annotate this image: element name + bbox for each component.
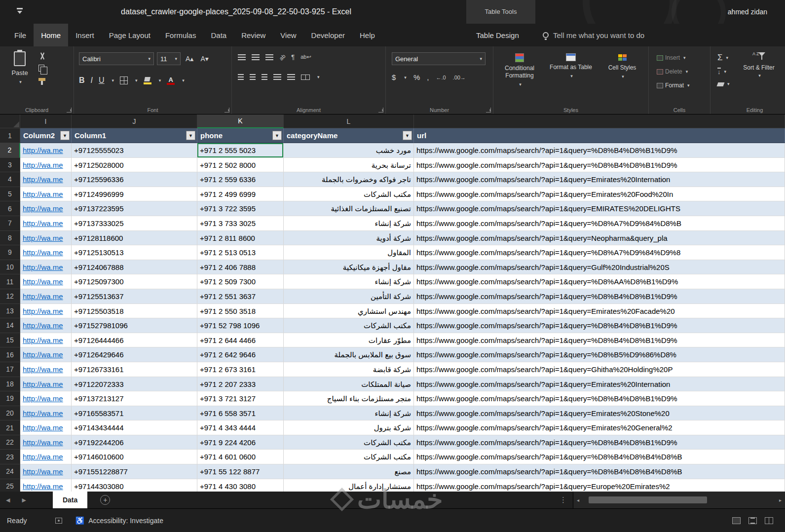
cell-phone[interactable]: +971 2 513 0513: [197, 245, 284, 260]
cell-phone[interactable]: +971 2 644 4466: [197, 333, 284, 348]
font-dialog-launcher[interactable]: [224, 108, 229, 113]
filter-dropdown-button[interactable]: ▼: [272, 131, 282, 140]
row-number[interactable]: 19: [0, 391, 20, 406]
paste-button[interactable]: Paste ▾: [6, 51, 34, 103]
clipboard-dialog-launcher[interactable]: [67, 108, 72, 113]
sheet-nav-left-icon[interactable]: ◀: [0, 497, 16, 503]
middle-align-button[interactable]: [252, 54, 260, 60]
cell-column1-phone[interactable]: +97125028000: [72, 158, 197, 173]
accessibility-status[interactable]: ♿ Accessibility: Investigate: [75, 516, 163, 525]
scrollbar-track[interactable]: [583, 496, 776, 503]
cell-url[interactable]: https://www.google.com/maps/search/?api=…: [414, 245, 785, 260]
cell-whatsapp-link[interactable]: http://wa.me: [20, 464, 72, 479]
row-number[interactable]: 23: [0, 450, 20, 464]
page-layout-view-button[interactable]: [748, 517, 757, 524]
cell-category[interactable]: متجر مستلزمات بناء السياج: [284, 391, 414, 406]
cell-phone[interactable]: +971 2 406 7888: [197, 260, 284, 275]
align-left-button[interactable]: [238, 74, 244, 80]
cell-whatsapp-link[interactable]: http://wa.me: [20, 274, 72, 289]
cell-category[interactable]: مقاول أجهزة ميكانيكية: [284, 260, 414, 275]
borders-button[interactable]: [120, 76, 128, 84]
cell-column1-phone[interactable]: +97125503518: [72, 304, 197, 319]
increase-indent-button[interactable]: [287, 74, 295, 80]
account-user-name[interactable]: ahmed zidan: [728, 0, 767, 24]
cell-whatsapp-link[interactable]: http://wa.me: [20, 260, 72, 275]
cell-category[interactable]: مستشار إدارة أعمال: [284, 479, 414, 492]
cell-whatsapp-link[interactable]: http://wa.me: [20, 450, 72, 464]
cell-whatsapp-link[interactable]: http://wa.me: [20, 347, 72, 362]
cell-column1-phone[interactable]: +97144303080: [72, 479, 197, 492]
increase-decimal-button[interactable]: ←.0: [436, 75, 446, 80]
row-number[interactable]: 20: [0, 406, 20, 421]
number-format-combobox[interactable]: General ▾: [392, 52, 486, 65]
cell-whatsapp-link[interactable]: http://wa.me: [20, 143, 72, 158]
row-number[interactable]: 5: [0, 187, 20, 202]
cell-column1-phone[interactable]: +97125130513: [72, 245, 197, 260]
row-number[interactable]: 16: [0, 347, 20, 362]
decrease-indent-button[interactable]: [273, 74, 281, 80]
cell-category[interactable]: مصنع: [284, 464, 414, 479]
decrease-decimal-button[interactable]: .00→: [453, 75, 466, 80]
cell-whatsapp-link[interactable]: http://wa.me: [20, 245, 72, 260]
row-number[interactable]: 21: [0, 420, 20, 435]
cell-column1-phone[interactable]: +97122072333: [72, 377, 197, 392]
cell-whatsapp-link[interactable]: http://wa.me: [20, 435, 72, 450]
cell-whatsapp-link[interactable]: http://wa.me: [20, 158, 72, 173]
increase-font-size-button[interactable]: A▴: [184, 55, 195, 63]
cell-column1-phone[interactable]: +97143434444: [72, 420, 197, 435]
row-number[interactable]: 8: [0, 231, 20, 246]
cell-phone[interactable]: +971 2 559 6336: [197, 172, 284, 187]
row-number[interactable]: 25: [0, 479, 20, 492]
cell-whatsapp-link[interactable]: http://wa.me: [20, 318, 72, 333]
cell-whatsapp-link[interactable]: http://wa.me: [20, 187, 72, 202]
cell-phone[interactable]: +971 2 555 5023: [197, 143, 284, 158]
cell-category[interactable]: مورد خشب: [284, 143, 414, 158]
cell-whatsapp-link[interactable]: http://wa.me: [20, 172, 72, 187]
cell-whatsapp-link[interactable]: http://wa.me: [20, 304, 72, 319]
comma-style-button[interactable]: ,: [427, 73, 429, 81]
horizontal-scrollbar[interactable]: ◂ ▸: [573, 492, 785, 508]
insert-cells-button[interactable]: Insert ▾: [655, 53, 710, 62]
cell-column1-phone[interactable]: +97126733161: [72, 362, 197, 377]
header-cell-url[interactable]: url: [414, 128, 785, 143]
autosum-button[interactable]: Σ▾: [715, 52, 732, 63]
format-painter-icon[interactable]: [38, 78, 45, 81]
cell-column1-phone[interactable]: +97137333025: [72, 216, 197, 231]
cell-url[interactable]: https://www.google.com/maps/search/?api=…: [414, 450, 785, 464]
delete-cells-button[interactable]: Delete ▾: [655, 67, 710, 76]
filter-dropdown-button[interactable]: ▼: [403, 131, 412, 140]
cell-url[interactable]: https://www.google.com/maps/search/?api=…: [414, 304, 785, 319]
cut-icon[interactable]: [38, 52, 46, 60]
font-size-combobox[interactable]: 11 ▾: [157, 52, 181, 65]
cell-phone[interactable]: +971 55 122 8877: [197, 464, 284, 479]
tab-developer[interactable]: Developer: [304, 24, 352, 46]
cell-url[interactable]: https://www.google.com/maps/search/?api=…: [414, 406, 785, 421]
cell-url[interactable]: https://www.google.com/maps/search/?api=…: [414, 231, 785, 246]
cell-url[interactable]: https://www.google.com/maps/search/?api=…: [414, 187, 785, 202]
cell-category[interactable]: المقاول: [284, 245, 414, 260]
cell-category[interactable]: مكتب الشركات: [284, 435, 414, 450]
cell-column1-phone[interactable]: +97165583571: [72, 406, 197, 421]
cell-column1-phone[interactable]: +97125513637: [72, 289, 197, 304]
cell-phone[interactable]: +971 4 601 0600: [197, 450, 284, 464]
row-number[interactable]: 15: [0, 333, 20, 348]
cell-category[interactable]: شركة إنشاء: [284, 406, 414, 421]
kebab-menu-icon[interactable]: ⋮: [554, 495, 573, 504]
cell-category[interactable]: ترسانة بحرية: [284, 158, 414, 173]
row-number[interactable]: 9: [0, 245, 20, 260]
cell-url[interactable]: https://www.google.com/maps/search/?api=…: [414, 377, 785, 392]
cell-category[interactable]: شركة أدوية: [284, 231, 414, 246]
cell-url[interactable]: https://www.google.com/maps/search/?api=…: [414, 435, 785, 450]
tab-help[interactable]: Help: [352, 24, 382, 46]
row-number[interactable]: 11: [0, 274, 20, 289]
cell-column1-phone[interactable]: +971527981096: [72, 318, 197, 333]
percent-style-button[interactable]: %: [413, 73, 420, 81]
cell-phone[interactable]: +971 2 642 9646: [197, 347, 284, 362]
cell-phone[interactable]: +971 2 207 2333: [197, 377, 284, 392]
tab-data[interactable]: Data: [203, 24, 234, 46]
page-break-view-button[interactable]: [765, 517, 773, 524]
cell-whatsapp-link[interactable]: http://wa.me: [20, 201, 72, 216]
header-cell-column1[interactable]: Column1 ▼: [72, 128, 197, 143]
cell-url[interactable]: https://www.google.com/maps/search/?api=…: [414, 362, 785, 377]
number-dialog-launcher[interactable]: [486, 108, 491, 113]
